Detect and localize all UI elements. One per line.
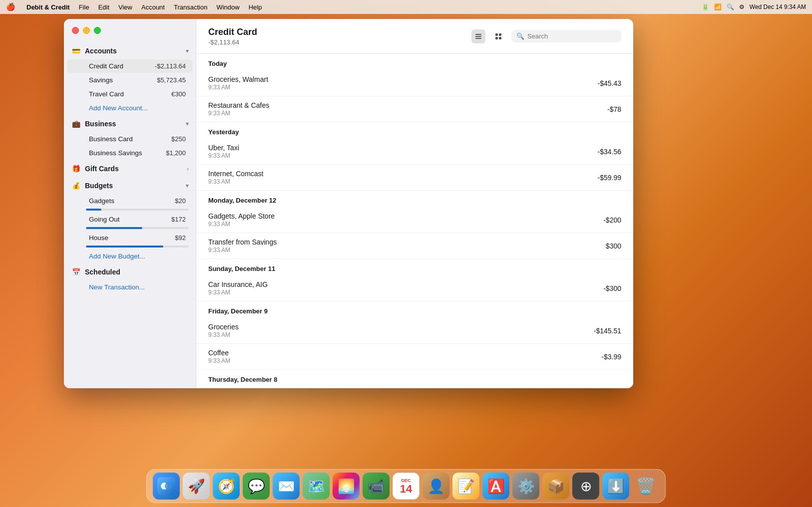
dock-notes[interactable]: 📝 xyxy=(452,473,479,500)
transaction-amount: -$145.51 xyxy=(594,327,621,335)
menubar-edit[interactable]: Edit xyxy=(98,3,109,11)
transaction-row[interactable]: Uber, Taxi 9:33 AM -$34.56 xyxy=(196,139,633,165)
transaction-time: 9:33 AM xyxy=(208,152,598,159)
transaction-amount: -$300 xyxy=(603,284,621,292)
accounts-section-header[interactable]: 💳 Accounts ▾ xyxy=(64,43,196,59)
savings-amount: $5,723.45 xyxy=(157,76,186,84)
scheduled-icon: 📅 xyxy=(71,267,81,277)
menubar-app-name[interactable]: Debit & Credit xyxy=(26,3,70,11)
dock-mail[interactable]: ✉️ xyxy=(273,473,300,500)
business-section-header[interactable]: 💼 Business ▾ xyxy=(64,116,196,132)
add-new-budget-link[interactable]: Add New Budget... xyxy=(67,250,193,263)
search-menubar-icon[interactable]: 🔍 xyxy=(727,3,734,10)
transaction-row[interactable]: Groceries 9:33 AM -$145.51 xyxy=(196,318,633,344)
dock-safari[interactable]: 🧭 xyxy=(213,473,240,500)
dock-maps[interactable]: 🗺️ xyxy=(303,473,330,500)
svg-rect-5 xyxy=(495,37,498,39)
transaction-amount: $300 xyxy=(606,242,621,250)
transaction-row[interactable]: Gadgets, Apple Store 9:33 AM -$200 xyxy=(196,207,633,233)
business-card-label: Business Card xyxy=(89,135,171,143)
sidebar-item-business-savings[interactable]: Business Savings $1,200 xyxy=(67,146,193,160)
dock-calendar[interactable]: DEC 14 xyxy=(393,473,419,500)
accounts-chevron-icon: ▾ xyxy=(186,48,189,54)
fullscreen-button[interactable] xyxy=(94,27,101,34)
search-box: 🔍 xyxy=(511,30,621,42)
dock-facetime[interactable]: 📹 xyxy=(363,473,390,500)
transaction-info: Gadgets, Apple Store 9:33 AM xyxy=(208,212,603,228)
transaction-row[interactable]: Car Insurance, AIG 9:33 AM -$300 xyxy=(196,275,633,301)
dock-contacts[interactable]: 👤 xyxy=(422,473,449,500)
going-out-label: Going Out xyxy=(89,216,171,223)
menubar-file[interactable]: File xyxy=(79,3,89,11)
dock-appstore[interactable]: 🅰️ xyxy=(482,473,509,500)
sidebar-item-going-out[interactable]: Going Out $172 xyxy=(67,213,193,226)
scheduled-label: Scheduled xyxy=(85,268,189,276)
credit-card-amount: -$2,113.64 xyxy=(155,62,186,70)
dock-system-settings[interactable]: ⚙️ xyxy=(512,473,539,500)
transaction-row[interactable]: Gas, Shell 9:33 AM -$45.66 xyxy=(196,386,633,388)
app-window: 💳 Accounts ▾ Credit Card -$2,113.64 Savi… xyxy=(64,19,633,388)
new-transaction-link[interactable]: New Transaction... xyxy=(67,280,193,294)
transaction-time: 9:33 AM xyxy=(208,84,598,91)
account-title-section: Credit Card -$2,113.64 xyxy=(208,27,471,46)
dock-magnet[interactable]: ⊕ xyxy=(572,473,599,500)
transaction-time: 9:33 AM xyxy=(208,331,594,338)
dock-photos[interactable]: 🌅 xyxy=(333,473,360,500)
gift-cards-chevron-icon: › xyxy=(187,166,189,172)
sidebar-item-savings[interactable]: Savings $5,723.45 xyxy=(67,73,193,87)
transaction-time: 9:33 AM xyxy=(208,357,601,364)
traffic-lights xyxy=(72,27,101,34)
travel-card-label: Travel Card xyxy=(89,90,171,98)
sidebar-item-credit-card[interactable]: Credit Card -$2,113.64 xyxy=(67,59,193,73)
accounts-label: Accounts xyxy=(85,47,182,55)
transaction-amount: -$34.56 xyxy=(598,148,621,156)
dock-canister[interactable]: 📦 xyxy=(542,473,569,500)
budgets-section-header[interactable]: 💰 Budgets ▾ xyxy=(64,178,196,194)
svg-rect-4 xyxy=(499,33,501,36)
scheduled-section-header[interactable]: 📅 Scheduled xyxy=(64,264,196,280)
grid-view-button[interactable] xyxy=(491,29,505,43)
sidebar-item-travel-card[interactable]: Travel Card €300 xyxy=(67,87,193,101)
transaction-row[interactable]: Internet, Comcast 9:33 AM -$59.99 xyxy=(196,165,633,191)
dock-launchpad[interactable]: 🚀 xyxy=(183,473,210,500)
transaction-row[interactable]: Groceries, Walmart 9:33 AM -$45.43 xyxy=(196,70,633,96)
gift-cards-section-header[interactable]: 🎁 Gift Cards › xyxy=(64,161,196,177)
search-input[interactable] xyxy=(527,32,616,40)
transaction-name: Gadgets, Apple Store xyxy=(208,212,603,220)
dock-finder[interactable] xyxy=(153,473,180,500)
list-view-button[interactable] xyxy=(471,29,485,43)
sidebar-section-budgets: 💰 Budgets ▾ Gadgets $20 Going Out $172 H… xyxy=(64,178,196,263)
menubar-window[interactable]: Window xyxy=(216,3,239,11)
menubar-transaction[interactable]: Transaction xyxy=(174,3,207,11)
gadgets-budget-bar xyxy=(86,209,189,211)
sidebar-item-gadgets[interactable]: Gadgets $20 xyxy=(67,194,193,208)
house-amount: $92 xyxy=(175,234,186,242)
credit-card-label: Credit Card xyxy=(89,62,155,70)
transaction-row[interactable]: Restaurant & Cafes 9:33 AM -$78 xyxy=(196,96,633,122)
transaction-name: Internet, Comcast xyxy=(208,170,598,178)
close-button[interactable] xyxy=(72,27,79,34)
control-center-icon[interactable]: ⚙ xyxy=(739,3,745,10)
dock-downloads[interactable]: ⬇️ xyxy=(602,473,629,500)
menubar-help[interactable]: Help xyxy=(249,3,262,11)
transaction-amount: -$45.43 xyxy=(598,79,621,87)
apple-menu[interactable]: 🍎 xyxy=(6,2,15,11)
svg-rect-3 xyxy=(495,33,498,36)
transaction-row[interactable]: Coffee 9:33 AM -$3.99 xyxy=(196,344,633,370)
date-group-dec12: Monday, December 12 xyxy=(196,191,633,207)
account-name: Credit Card xyxy=(208,27,471,37)
datetime: Wed Dec 14 9:34 AM xyxy=(750,3,806,10)
menubar-account[interactable]: Account xyxy=(141,3,165,11)
dock-messages[interactable]: 💬 xyxy=(243,473,270,500)
minimize-button[interactable] xyxy=(83,27,90,34)
travel-card-amount: €300 xyxy=(171,90,186,98)
menubar-view[interactable]: View xyxy=(118,3,132,11)
svg-rect-6 xyxy=(499,37,501,39)
sidebar-item-business-card[interactable]: Business Card $250 xyxy=(67,132,193,146)
add-new-account-link[interactable]: Add New Account... xyxy=(67,101,193,115)
dock-trash[interactable]: 🗑️ xyxy=(632,473,659,500)
transaction-row[interactable]: Transfer from Savings 9:33 AM $300 xyxy=(196,233,633,259)
sidebar-item-house[interactable]: House $92 xyxy=(67,231,193,245)
transaction-info: Groceries 9:33 AM xyxy=(208,323,594,338)
sidebar-section-business: 💼 Business ▾ Business Card $250 Business… xyxy=(64,116,196,160)
